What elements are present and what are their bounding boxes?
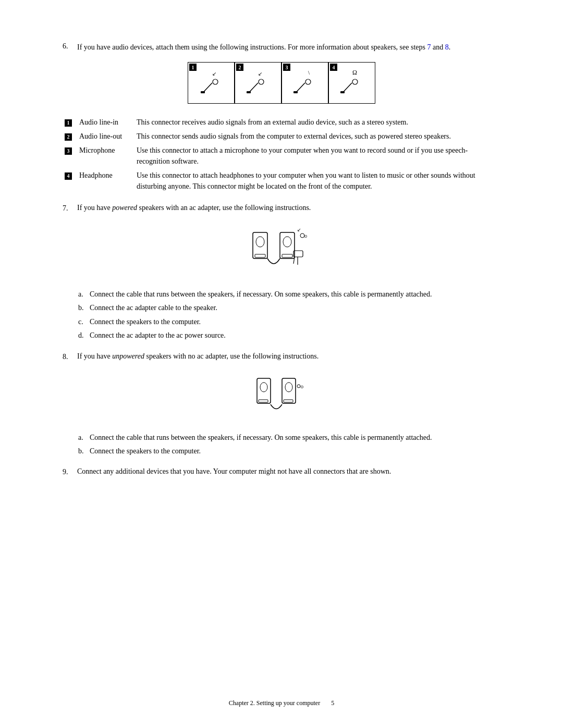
step-8-list: a. Connect the cable that runs between t… bbox=[78, 432, 500, 458]
step-9-content: Connect any additional devices that you … bbox=[77, 467, 500, 476]
step-7-list: a. Connect the cable that runs between t… bbox=[78, 289, 500, 342]
step-8b: b. Connect the speakers to the computer. bbox=[78, 446, 500, 457]
svg-rect-7 bbox=[247, 91, 251, 93]
audio-port-descriptions: 1 Audio line-in This connector receives … bbox=[63, 115, 500, 193]
step-7b-label: b. bbox=[78, 302, 84, 314]
step-8a-label: a. bbox=[78, 432, 83, 443]
step-6-text: If you have audio devices, attach them u… bbox=[77, 43, 450, 51]
svg-line-10 bbox=[296, 83, 305, 92]
svg-point-9 bbox=[305, 79, 311, 84]
step-7d-label: d. bbox=[78, 330, 84, 341]
port-desc-2: This connector sends audio signals from … bbox=[134, 129, 500, 143]
step-7b-text: Connect the ac adapter cable to the spea… bbox=[90, 304, 217, 312]
diagram-box-2: 2 ↙ bbox=[235, 62, 282, 104]
footer-chapter-text: Chapter 2. Setting up your computer bbox=[229, 699, 320, 707]
diagram-num-1: 1 bbox=[189, 64, 197, 71]
step-7-text: If you have powered speakers with an ac … bbox=[77, 204, 311, 212]
unpowered-speakers-diagram: ⊙ bbox=[63, 371, 500, 423]
svg-text:\: \ bbox=[308, 69, 310, 76]
port-label-1: Audio line-in bbox=[77, 115, 134, 129]
port-desc-1: This connector receives audio signals fr… bbox=[134, 115, 500, 129]
step-7-number: 7. bbox=[63, 204, 77, 213]
step-8: 8. If you have unpowered speakers with n… bbox=[63, 352, 500, 458]
page-footer: Chapter 2. Setting up your computer 5 bbox=[0, 699, 563, 707]
diagram-icon-1: ↙ bbox=[191, 64, 231, 102]
port-label-4: Headphone bbox=[77, 168, 134, 193]
step-7b: b. Connect the ac adapter cable to the s… bbox=[78, 302, 500, 314]
svg-line-6 bbox=[249, 83, 258, 92]
powered-speakers-diagram: ↙ ⊙ bbox=[63, 222, 500, 279]
diagram-num-3: 3 bbox=[283, 64, 290, 71]
step-9-number: 9. bbox=[63, 467, 77, 476]
port-desc-3: Use this connector to attach a microphon… bbox=[134, 143, 500, 168]
step-link-7[interactable]: 7 bbox=[427, 43, 431, 51]
step-8-italic: unpowered bbox=[112, 352, 144, 360]
port-badge-2: 2 bbox=[63, 129, 77, 143]
step-7c-text: Connect the speakers to the computer. bbox=[90, 318, 201, 326]
diagram-box-4: 4 Ω bbox=[328, 62, 375, 104]
svg-rect-15 bbox=[340, 91, 345, 93]
step-7d: d. Connect the ac adapter to the ac powe… bbox=[78, 330, 500, 341]
step-7c-label: c. bbox=[78, 316, 83, 328]
svg-rect-18 bbox=[255, 254, 265, 257]
svg-text:↙: ↙ bbox=[212, 71, 216, 77]
step-6-content: If you have audio devices, attach them u… bbox=[77, 42, 500, 53]
diagram-num-4: 4 bbox=[330, 64, 337, 71]
port-row-2: 2 Audio line-out This connector sends au… bbox=[63, 129, 500, 143]
svg-text:⊙: ⊙ bbox=[300, 385, 304, 389]
svg-line-2 bbox=[203, 83, 212, 92]
step-7a: a. Connect the cable that runs between t… bbox=[78, 289, 500, 300]
port-row-3: 3 Microphone Use this connector to attac… bbox=[63, 143, 500, 168]
svg-point-1 bbox=[213, 79, 218, 84]
svg-point-29 bbox=[260, 382, 267, 392]
step-9-text: Connect any additional devices that you … bbox=[77, 467, 391, 475]
page: 6. If you have audio devices, attach the… bbox=[0, 0, 563, 728]
svg-point-13 bbox=[352, 79, 358, 84]
step-6-number: 6. bbox=[63, 42, 77, 51]
step-link-8[interactable]: 8 bbox=[445, 43, 449, 51]
step-7d-text: Connect the ac adapter to the ac power s… bbox=[90, 331, 226, 339]
footer-page-num: 5 bbox=[331, 699, 334, 707]
step-8b-text: Connect the speakers to the computer. bbox=[90, 447, 201, 455]
svg-text:↙: ↙ bbox=[258, 71, 262, 77]
step-8a-text: Connect the cable that runs between the … bbox=[90, 434, 432, 441]
unpowered-speakers-svg: ⊙ bbox=[253, 371, 310, 423]
audio-diagrams: 1 ↙ 2 ↙ bbox=[63, 62, 500, 104]
powered-speakers-svg: ↙ ⊙ bbox=[248, 222, 315, 279]
connector-svg-3: \ bbox=[289, 67, 321, 98]
step-7a-label: a. bbox=[78, 289, 83, 300]
svg-text:↙: ↙ bbox=[297, 227, 301, 232]
port-row-4: 4 Headphone Use this connector to attach… bbox=[63, 168, 500, 193]
connector-svg-4: Ω bbox=[336, 67, 368, 98]
step-6: 6. If you have audio devices, attach the… bbox=[63, 42, 500, 193]
svg-line-14 bbox=[343, 83, 352, 92]
connector-svg-2: ↙ bbox=[242, 67, 274, 98]
diagram-num-2: 2 bbox=[236, 64, 243, 71]
step-8-number: 8. bbox=[63, 352, 77, 361]
svg-point-5 bbox=[259, 79, 264, 84]
diagram-box-3: 3 \ bbox=[282, 62, 328, 104]
connector-svg-1: ↙ bbox=[195, 67, 227, 98]
step-8-content: If you have unpowered speakers with no a… bbox=[77, 352, 500, 361]
svg-point-17 bbox=[256, 237, 264, 247]
port-badge-4: 4 bbox=[63, 168, 77, 193]
diagram-icon-3: \ bbox=[285, 64, 325, 102]
svg-rect-21 bbox=[282, 254, 292, 257]
diagram-icon-2: ↙ bbox=[238, 64, 278, 102]
svg-text:⊙: ⊙ bbox=[304, 234, 308, 239]
step-7-content: If you have powered speakers with an ac … bbox=[77, 204, 500, 212]
svg-rect-33 bbox=[284, 400, 293, 402]
svg-point-20 bbox=[283, 237, 291, 247]
svg-text:Ω: Ω bbox=[352, 69, 357, 76]
step-7a-text: Connect the cable that runs between the … bbox=[90, 290, 432, 298]
step-7: 7. If you have powered speakers with an … bbox=[63, 204, 500, 342]
step-8-text: If you have unpowered speakers with no a… bbox=[77, 352, 319, 360]
svg-point-32 bbox=[285, 382, 292, 392]
step-8b-label: b. bbox=[78, 446, 84, 457]
port-desc-4: Use this connector to attach headphones … bbox=[134, 168, 500, 193]
diagram-box-1: 1 ↙ bbox=[188, 62, 235, 104]
port-label-2: Audio line-out bbox=[77, 129, 134, 143]
step-7c: c. Connect the speakers to the computer. bbox=[78, 316, 500, 328]
step-8a: a. Connect the cable that runs between t… bbox=[78, 432, 500, 443]
step-7-italic: powered bbox=[112, 204, 137, 212]
